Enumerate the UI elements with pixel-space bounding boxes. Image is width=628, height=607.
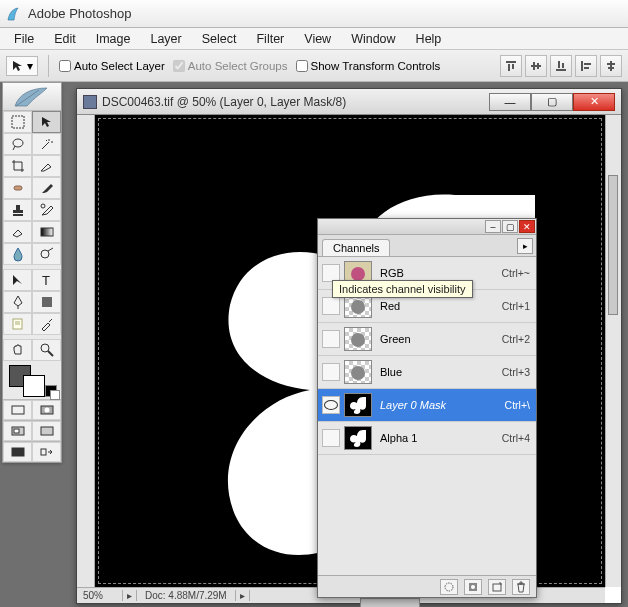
close-button[interactable]: ✕: [573, 93, 615, 111]
svg-point-40: [351, 267, 365, 281]
menu-file[interactable]: File: [4, 30, 44, 48]
svg-line-22: [48, 248, 53, 251]
visibility-toggle[interactable]: [322, 297, 340, 315]
auto-select-layer-input[interactable]: [59, 60, 71, 72]
svg-rect-36: [41, 427, 53, 435]
panel-close-icon[interactable]: ✕: [519, 220, 535, 233]
dropdown-arrow-icon: ▾: [27, 59, 33, 73]
lasso-tool-icon[interactable]: [3, 133, 32, 155]
tools-bottom-row-1: [3, 399, 61, 420]
screen-mode-3-icon[interactable]: [3, 442, 32, 462]
quickmask-mode-icon[interactable]: [32, 400, 61, 420]
type-tool-icon[interactable]: T: [32, 269, 61, 291]
eyedropper-tool-icon[interactable]: [32, 313, 61, 335]
channels-panel[interactable]: – ▢ ✕ Channels ▸ RGB Ctrl+~ Red Ctrl+1: [317, 218, 537, 598]
doc-size-label[interactable]: Doc: 4.88M/7.29M: [137, 590, 236, 601]
screen-mode-2-icon[interactable]: [32, 421, 61, 441]
marquee-tool-icon[interactable]: [3, 111, 32, 133]
app-title: Adobe Photoshop: [28, 6, 131, 21]
path-select-tool-icon[interactable]: [3, 269, 32, 291]
stamp-tool-icon[interactable]: [3, 199, 32, 221]
menu-edit[interactable]: Edit: [44, 30, 86, 48]
workspace: T: [0, 82, 628, 607]
channel-thumb-mask: [344, 393, 372, 417]
dodge-tool-icon[interactable]: [32, 243, 61, 265]
options-bar: ▾ Auto Select Layer Auto Select Groups S…: [0, 50, 628, 82]
tools-bottom-row-2: [3, 420, 61, 441]
channels-panel-titlebar[interactable]: – ▢ ✕: [318, 219, 536, 235]
healing-tool-icon[interactable]: [3, 177, 32, 199]
svg-rect-20: [41, 228, 53, 236]
visibility-toggle[interactable]: [322, 330, 340, 348]
menu-select[interactable]: Select: [192, 30, 247, 48]
save-selection-icon[interactable]: [464, 579, 482, 595]
vertical-scrollbar[interactable]: [605, 115, 621, 587]
visibility-toggle[interactable]: [322, 363, 340, 381]
svg-rect-10: [584, 63, 591, 65]
app-titlebar: Adobe Photoshop: [0, 0, 628, 28]
new-channel-icon[interactable]: [488, 579, 506, 595]
show-transform-checkbox[interactable]: Show Transform Controls: [296, 60, 441, 72]
eraser-tool-icon[interactable]: [3, 221, 32, 243]
background-swatch[interactable]: [23, 375, 45, 397]
document-icon: [83, 95, 97, 109]
minimize-button[interactable]: —: [489, 93, 531, 111]
menu-filter[interactable]: Filter: [246, 30, 294, 48]
wand-tool-icon[interactable]: [32, 133, 61, 155]
align-top-icon[interactable]: [500, 55, 522, 77]
auto-select-layer-checkbox[interactable]: Auto Select Layer: [59, 60, 165, 72]
gradient-tool-icon[interactable]: [32, 221, 61, 243]
zoom-tool-icon[interactable]: [32, 339, 61, 361]
menubar: File Edit Image Layer Select Filter View…: [0, 28, 628, 50]
align-left-icon[interactable]: [575, 55, 597, 77]
channel-row-alpha1[interactable]: Alpha 1 Ctrl+4: [318, 422, 536, 455]
align-bottom-icon[interactable]: [550, 55, 572, 77]
menu-layer[interactable]: Layer: [140, 30, 191, 48]
menu-view[interactable]: View: [294, 30, 341, 48]
channel-row-layer0mask[interactable]: Layer 0 Mask Ctrl+\: [318, 389, 536, 422]
brush-tool-icon[interactable]: [32, 177, 61, 199]
document-titlebar[interactable]: DSC00463.tif @ 50% (Layer 0, Layer Mask/…: [77, 89, 621, 115]
auto-select-groups-label: Auto Select Groups: [188, 60, 288, 72]
delete-channel-icon[interactable]: [512, 579, 530, 595]
jump-to-icon[interactable]: [32, 442, 61, 462]
zoom-menu-icon[interactable]: ▸: [123, 590, 137, 601]
panel-minimize-icon[interactable]: –: [485, 220, 501, 233]
svg-rect-16: [12, 116, 24, 128]
maximize-button[interactable]: ▢: [531, 93, 573, 111]
align-vcenter-icon[interactable]: [525, 55, 547, 77]
visibility-toggle[interactable]: [322, 429, 340, 447]
pen-tool-icon[interactable]: [3, 291, 32, 313]
notes-tool-icon[interactable]: [3, 313, 32, 335]
move-tool-icon[interactable]: [32, 111, 61, 133]
channel-row-green[interactable]: Green Ctrl+2: [318, 323, 536, 356]
crop-tool-icon[interactable]: [3, 155, 32, 177]
menu-window[interactable]: Window: [341, 30, 405, 48]
svg-point-17: [13, 139, 23, 147]
load-selection-icon[interactable]: [440, 579, 458, 595]
show-transform-input[interactable]: [296, 60, 308, 72]
align-hcenter-icon[interactable]: [600, 55, 622, 77]
shape-tool-icon[interactable]: [32, 291, 61, 313]
hand-tool-icon[interactable]: [3, 339, 32, 361]
slice-tool-icon[interactable]: [32, 155, 61, 177]
menu-image[interactable]: Image: [86, 30, 141, 48]
doc-info-menu-icon[interactable]: ▸: [236, 590, 250, 601]
standard-mode-icon[interactable]: [3, 400, 32, 420]
panel-collapse-icon[interactable]: ▢: [502, 220, 518, 233]
panel-menu-icon[interactable]: ▸: [517, 238, 533, 254]
channels-tab[interactable]: Channels: [322, 239, 390, 256]
horizontal-scroll-thumb[interactable]: [360, 598, 420, 608]
blur-tool-icon[interactable]: [3, 243, 32, 265]
svg-point-48: [471, 585, 475, 589]
color-swatches[interactable]: [3, 361, 61, 399]
visibility-toggle[interactable]: [322, 396, 340, 414]
ruler-vertical[interactable]: [77, 115, 95, 587]
zoom-value[interactable]: 50%: [77, 590, 123, 601]
history-brush-tool-icon[interactable]: [32, 199, 61, 221]
move-tool-indicator[interactable]: ▾: [6, 56, 38, 76]
channel-row-blue[interactable]: Blue Ctrl+3: [318, 356, 536, 389]
menu-help[interactable]: Help: [406, 30, 452, 48]
screen-mode-1-icon[interactable]: [3, 421, 32, 441]
vertical-scroll-thumb[interactable]: [608, 175, 618, 315]
